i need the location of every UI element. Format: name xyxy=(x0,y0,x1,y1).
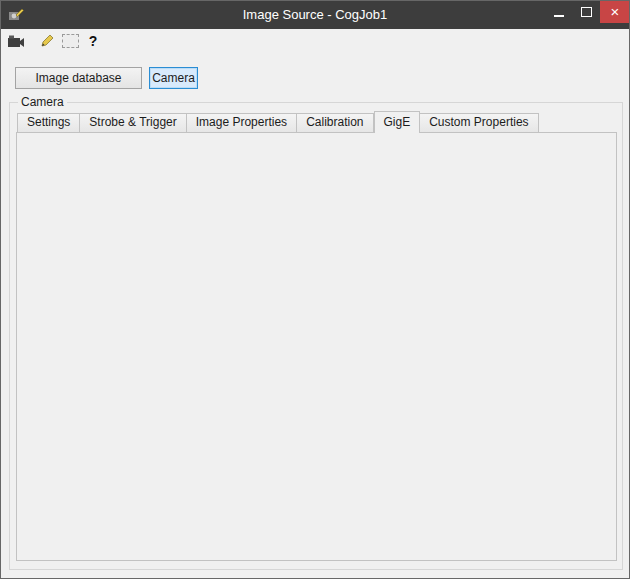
minimize-icon xyxy=(554,15,564,17)
titlebar: Image Source - CogJob1 × xyxy=(1,1,629,29)
tab-strobe-trigger[interactable]: Strobe & Trigger xyxy=(80,113,186,132)
live-display-toolbar-button[interactable] xyxy=(60,32,80,50)
minimize-button[interactable] xyxy=(545,1,572,23)
tab-page-gige xyxy=(16,132,617,561)
setup-toolbar-button[interactable] xyxy=(37,32,57,50)
image-database-button[interactable]: Image database xyxy=(15,67,142,89)
camera-button[interactable]: Camera xyxy=(149,67,198,89)
tab-custom-properties[interactable]: Custom Properties xyxy=(420,113,538,132)
image-source-window: Image Source - CogJob1 × ? Image databas… xyxy=(0,0,630,579)
maximize-button[interactable] xyxy=(572,1,600,23)
tab-settings[interactable]: Settings xyxy=(17,113,80,132)
maximize-icon xyxy=(581,7,592,17)
edit-pencil-icon xyxy=(39,33,55,49)
help-toolbar-button[interactable]: ? xyxy=(83,32,103,50)
acquire-camera-toolbar-button[interactable] xyxy=(6,32,26,50)
tab-image-properties[interactable]: Image Properties xyxy=(187,113,297,132)
camera-groupbox-label: Camera xyxy=(18,95,67,109)
tab-strip: Settings Strobe & Trigger Image Properti… xyxy=(17,110,539,132)
tab-gige[interactable]: GigE xyxy=(374,111,421,133)
help-icon: ? xyxy=(89,33,98,49)
close-icon: × xyxy=(611,1,620,23)
camera-icon xyxy=(7,34,25,49)
window-title: Image Source - CogJob1 xyxy=(1,1,629,28)
close-button[interactable]: × xyxy=(600,1,630,23)
tab-calibration[interactable]: Calibration xyxy=(297,113,373,132)
live-display-icon xyxy=(62,34,79,48)
